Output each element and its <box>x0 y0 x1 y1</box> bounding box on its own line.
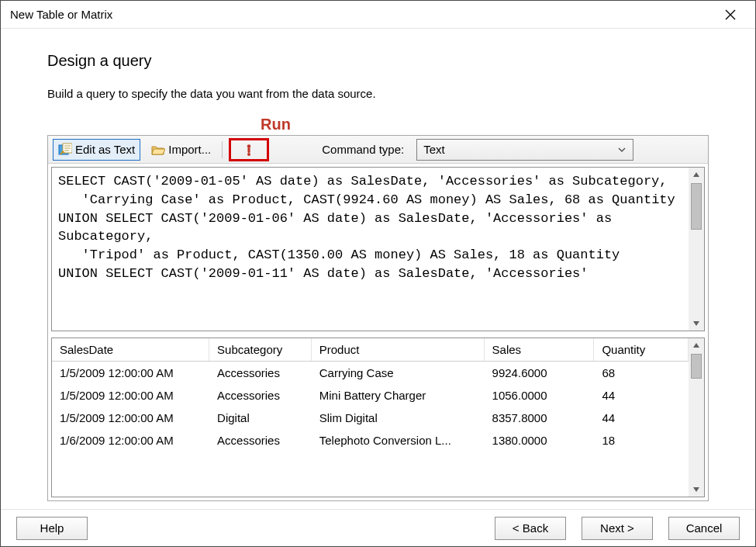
cell-sales: 1056.0000 <box>484 384 594 407</box>
cell-product: Telephoto Conversion L... <box>311 429 484 452</box>
cell-subcategory: Accessories <box>209 384 312 407</box>
titlebar: New Table or Matrix <box>1 1 755 29</box>
scroll-up-icon[interactable] <box>689 338 703 352</box>
col-salesdate[interactable]: SalesDate <box>52 338 209 362</box>
command-type-label: Command type: <box>322 143 404 156</box>
cell-sales: 8357.8000 <box>484 407 594 429</box>
page-subtext: Build a query to specify the data you wa… <box>47 87 709 100</box>
table-row[interactable]: 1/5/2009 12:00:00 AMAccessoriesCarrying … <box>52 362 689 385</box>
cell-quantity: 44 <box>594 384 689 407</box>
cell-sales_date: 1/6/2009 12:00:00 AM <box>52 429 209 452</box>
cancel-button[interactable]: Cancel <box>668 517 740 540</box>
cell-quantity: 18 <box>594 429 689 452</box>
col-subcategory[interactable]: Subcategory <box>209 338 312 362</box>
back-button[interactable]: < Back <box>495 517 566 540</box>
cell-subcategory: Accessories <box>209 429 312 452</box>
scroll-thumb[interactable] <box>691 354 702 379</box>
cell-quantity: 68 <box>594 362 689 385</box>
cell-product: Slim Digital <box>311 407 484 429</box>
col-product[interactable]: Product <box>311 338 484 362</box>
close-icon <box>725 9 736 20</box>
command-type-select[interactable]: Text <box>416 139 633 161</box>
window-title: New Table or Matrix <box>10 8 715 21</box>
cell-sales_date: 1/5/2009 12:00:00 AM <box>52 362 209 385</box>
toolbar-separator <box>222 141 223 158</box>
svg-rect-3 <box>248 147 250 153</box>
col-sales[interactable]: Sales <box>484 338 594 362</box>
scroll-up-icon[interactable] <box>689 168 703 182</box>
scroll-down-icon[interactable] <box>689 317 703 331</box>
cell-quantity: 44 <box>594 407 689 429</box>
cell-product: Mini Battery Charger <box>311 384 484 407</box>
import-label: Import... <box>168 143 211 156</box>
edit-as-text-button[interactable]: Edit as Text <box>53 139 140 161</box>
query-scrollbar[interactable] <box>689 168 704 331</box>
scroll-thumb[interactable] <box>691 183 702 230</box>
sql-text[interactable]: SELECT CAST('2009-01-05' AS date) as Sal… <box>52 168 689 331</box>
cell-sales_date: 1/5/2009 12:00:00 AM <box>52 384 209 407</box>
results-grid-area: SalesDate Subcategory Product Sales Quan… <box>51 338 705 497</box>
wizard-content: Design a query Build a query to specify … <box>1 29 755 509</box>
cell-sales: 1380.0000 <box>484 429 594 452</box>
import-button[interactable]: Import... <box>147 139 216 161</box>
wizard-footer: Help < Back Next > Cancel <box>1 509 755 546</box>
wizard-window: New Table or Matrix Design a query Build… <box>0 0 756 547</box>
designer-toolbar: Edit as Text Import... <box>48 136 708 164</box>
query-text-area: SELECT CAST('2009-01-05' AS date) as Sal… <box>51 167 705 331</box>
edit-as-text-label: Edit as Text <box>75 143 135 156</box>
cell-subcategory: Accessories <box>209 362 312 385</box>
chevron-down-icon <box>617 145 627 154</box>
run-annotation: Run <box>261 116 709 133</box>
close-button[interactable] <box>715 3 746 26</box>
cell-product: Carrying Case <box>311 362 484 385</box>
results-grid[interactable]: SalesDate Subcategory Product Sales Quan… <box>52 338 689 497</box>
col-quantity[interactable]: Quantity <box>594 338 689 362</box>
run-icon <box>242 143 256 157</box>
command-type-value: Text <box>423 143 445 156</box>
query-designer: Edit as Text Import... <box>47 135 709 501</box>
page-heading: Design a query <box>47 52 709 70</box>
table-row[interactable]: 1/5/2009 12:00:00 AMAccessoriesMini Batt… <box>52 384 689 407</box>
table-row[interactable]: 1/5/2009 12:00:00 AMDigitalSlim Digital8… <box>52 407 689 429</box>
run-button[interactable] <box>229 138 269 161</box>
results-header-row: SalesDate Subcategory Product Sales Quan… <box>52 338 689 362</box>
svg-point-4 <box>247 153 250 156</box>
cell-sales_date: 1/5/2009 12:00:00 AM <box>52 407 209 429</box>
help-button[interactable]: Help <box>16 517 88 540</box>
results-scrollbar[interactable] <box>689 338 704 497</box>
edit-text-icon <box>58 143 72 157</box>
cell-subcategory: Digital <box>209 407 312 429</box>
next-button[interactable]: Next > <box>582 517 653 540</box>
folder-open-icon <box>151 143 165 157</box>
cell-sales: 9924.6000 <box>484 362 594 385</box>
scroll-down-icon[interactable] <box>689 483 703 497</box>
table-row[interactable]: 1/6/2009 12:00:00 AMAccessoriesTelephoto… <box>52 429 689 452</box>
